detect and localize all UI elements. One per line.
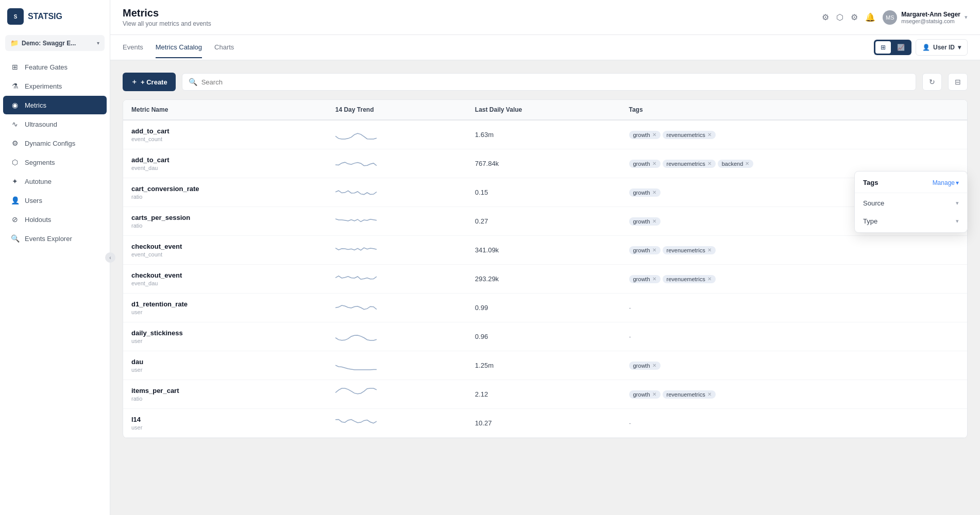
chart-view-button[interactable]: 📈: [892, 41, 910, 54]
tag-remove-icon[interactable]: ✕: [707, 391, 712, 397]
table-row[interactable]: l14user10.27-: [123, 409, 967, 438]
sidebar-label-segments: Segments: [25, 159, 55, 166]
metric-sub: user: [131, 424, 319, 431]
table-row[interactable]: dauuser1.25mgrowth ✕: [123, 351, 967, 380]
sidebar-item-holdouts[interactable]: ⊘ Holdouts: [3, 210, 107, 229]
metric-name: items_per_cart: [131, 387, 319, 394]
workspace-selector[interactable]: 📁 Demo: Swaggr E... ▾: [5, 35, 105, 51]
tag: revenuemetrics ✕: [663, 275, 716, 283]
filter-button[interactable]: ⊟: [948, 73, 968, 91]
metric-name: carts_per_session: [131, 214, 319, 221]
sidebar-item-events-explorer[interactable]: 🔍 Events Explorer: [3, 229, 107, 248]
type-label: Type: [863, 217, 877, 225]
sidebar-item-segments[interactable]: ⬡ Segments: [3, 153, 107, 171]
tab-events[interactable]: Events: [123, 37, 143, 58]
settings-icon[interactable]: ⚙: [822, 12, 829, 22]
sparkline-svg: [335, 242, 377, 256]
manage-link[interactable]: Manage ▾: [933, 179, 959, 186]
metric-name: checkout_event: [131, 271, 319, 279]
users-icon: 👤: [10, 196, 20, 204]
share-icon[interactable]: ⬡: [836, 12, 843, 22]
tag-remove-icon[interactable]: ✕: [652, 218, 656, 224]
create-button[interactable]: ＋ + Create: [123, 73, 176, 91]
search-input[interactable]: [201, 78, 909, 86]
dropdown-item-type[interactable]: Type ▾: [855, 212, 967, 230]
tag-remove-icon[interactable]: ✕: [707, 132, 712, 138]
tag-remove-icon[interactable]: ✕: [707, 161, 712, 166]
metric-value: 341.09k: [467, 236, 621, 265]
metric-trend: [327, 178, 467, 207]
refresh-button[interactable]: ↻: [922, 73, 942, 91]
main-content: Metrics View all your metrics and events…: [110, 0, 980, 515]
tag-remove-icon[interactable]: ✕: [745, 161, 749, 166]
tag-remove-icon[interactable]: ✕: [652, 247, 656, 253]
table-row[interactable]: carts_per_sessionratio0.27growth ✕: [123, 207, 967, 236]
grid-view-button[interactable]: ⊞: [875, 41, 891, 54]
sidebar-item-feature-gates[interactable]: ⊞ Feature Gates: [3, 58, 107, 76]
avatar-initials: MS: [886, 14, 894, 21]
tag-remove-icon[interactable]: ✕: [652, 391, 656, 397]
sparkline-svg: [335, 213, 377, 228]
tab-metrics-catalog[interactable]: Metrics Catalog: [156, 37, 202, 58]
metric-sub: event_count: [131, 136, 319, 142]
statsig-logo-text: STATSIG: [28, 12, 62, 21]
tag-remove-icon[interactable]: ✕: [652, 190, 656, 195]
workspace-left: 📁 Demo: Swaggr E...: [10, 39, 76, 47]
metric-tags: -: [621, 294, 968, 322]
col-trend: 14 Day Trend: [327, 100, 467, 120]
tag-remove-icon[interactable]: ✕: [652, 276, 656, 282]
sidebar-item-ultrasound[interactable]: ∿ Ultrasound: [3, 115, 107, 133]
metric-value: 1.63m: [467, 120, 621, 149]
table-row[interactable]: daily_stickinessuser0.96-: [123, 322, 967, 351]
settings2-icon[interactable]: ⚙: [851, 12, 858, 22]
bell-icon[interactable]: 🔔: [865, 12, 875, 22]
dropdown-item-source[interactable]: Source ▾: [855, 194, 967, 212]
table-row[interactable]: checkout_eventevent_dau293.29kgrowth ✕re…: [123, 265, 967, 294]
source-chevron-icon: ▾: [956, 200, 959, 207]
create-label: + Create: [141, 78, 167, 86]
metric-value: 0.15: [467, 178, 621, 207]
table-row[interactable]: add_to_cartevent_dau767.84kgrowth ✕reven…: [123, 149, 967, 178]
sidebar-item-experiments[interactable]: ⚗ Experiments: [3, 77, 107, 95]
metric-value: 2.12: [467, 380, 621, 409]
sidebar-item-users[interactable]: 👤 Users: [3, 191, 107, 210]
tag: growth ✕: [629, 246, 661, 254]
sparkline-svg: [335, 386, 377, 401]
metric-sub: user: [131, 338, 319, 344]
manage-chevron-icon: ▾: [956, 179, 959, 186]
sparkline-svg: [335, 271, 377, 285]
user-info[interactable]: MS Margaret-Ann Seger mseger@statsig.com…: [883, 10, 968, 25]
sidebar-collapse-button[interactable]: ‹: [105, 252, 115, 263]
table-row[interactable]: items_per_cartratio2.12growth ✕revenueme…: [123, 380, 967, 409]
table-row[interactable]: d1_retention_rateuser0.99-: [123, 294, 967, 322]
table-row[interactable]: checkout_eventevent_count341.09kgrowth ✕…: [123, 236, 967, 265]
sidebar-item-dynamic-configs[interactable]: ⚙ Dynamic Configs: [3, 134, 107, 152]
table-row[interactable]: add_to_cartevent_count1.63mgrowth ✕reven…: [123, 120, 967, 149]
tag-remove-icon[interactable]: ✕: [707, 247, 712, 253]
metric-tags: growth ✕: [621, 351, 968, 380]
metric-sub: ratio: [131, 194, 319, 200]
col-metric-name[interactable]: Metric Name: [123, 100, 327, 120]
metric-name: add_to_cart: [131, 127, 319, 135]
metric-trend: [327, 149, 467, 178]
sidebar-item-metrics[interactable]: ◉ Metrics: [3, 96, 107, 114]
tag: revenuemetrics ✕: [663, 246, 716, 254]
metrics-icon: ◉: [10, 101, 20, 109]
sidebar: S STATSIG 📁 Demo: Swaggr E... ▾ ⊞ Featur…: [0, 0, 110, 515]
sidebar-label-dynamic-configs: Dynamic Configs: [25, 140, 75, 147]
tag-remove-icon[interactable]: ✕: [652, 363, 656, 368]
table-row[interactable]: cart_conversion_rateratio0.15growth ✕: [123, 178, 967, 207]
workspace-chevron-icon: ▾: [97, 40, 99, 46]
tag-remove-icon[interactable]: ✕: [652, 161, 656, 166]
metric-sub: event_dau: [131, 280, 319, 286]
tab-charts[interactable]: Charts: [214, 37, 234, 58]
feature-gates-icon: ⊞: [10, 63, 20, 71]
workspace-name: Demo: Swaggr E...: [22, 40, 76, 47]
experiments-icon: ⚗: [10, 82, 20, 90]
metric-trend: [327, 322, 467, 351]
tag-remove-icon[interactable]: ✕: [652, 132, 656, 138]
userid-button[interactable]: 👤 User ID ▾: [916, 39, 968, 56]
tag-remove-icon[interactable]: ✕: [707, 276, 712, 282]
user-name: Margaret-Ann Seger: [901, 11, 960, 18]
sidebar-item-autotune[interactable]: ✦ Autotune: [3, 172, 107, 191]
